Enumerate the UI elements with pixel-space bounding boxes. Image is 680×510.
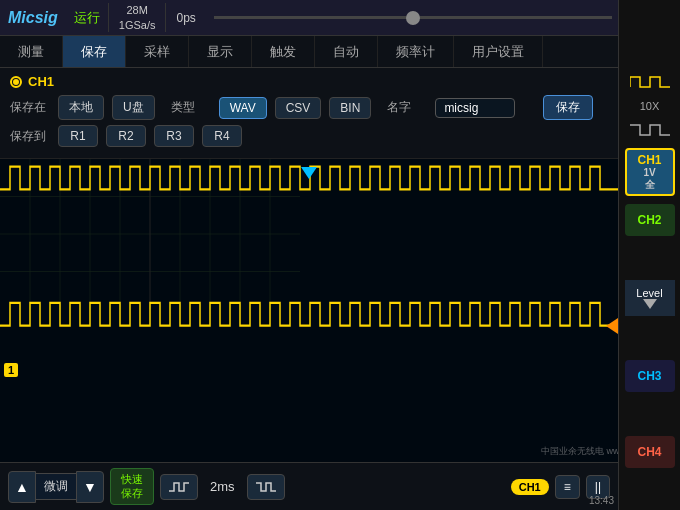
- save-row-1: 保存在 本地 U盘 类型 WAV CSV BIN 名字 保存: [10, 95, 608, 120]
- top-metrics: 28M 1GSa/s: [108, 3, 167, 32]
- bottom-bar: ▲ 微调 ▼ 快速 保存 2ms CH1 ≡ || 13:43: [0, 462, 618, 510]
- ch4-sidebar-button[interactable]: CH4: [625, 436, 675, 468]
- time-slider-thumb[interactable]: [406, 11, 420, 25]
- fine-tune-label: 微调: [36, 473, 76, 500]
- type-label: 类型: [171, 99, 211, 116]
- nav-tabs: 测量 保存 采样 显示 触发 自动 频率计 用户设置 正常: [0, 36, 680, 68]
- waveform-area: 1: [0, 159, 618, 462]
- name-input[interactable]: [435, 98, 515, 118]
- type-bin-button[interactable]: BIN: [329, 97, 371, 119]
- bandwidth-label: 28M: [126, 3, 147, 17]
- time-offset: 0ps: [176, 11, 195, 25]
- arrow-down-button[interactable]: ▼: [76, 471, 104, 503]
- time-scale-bar[interactable]: 0ps / 760mV: [166, 0, 680, 35]
- run-button[interactable]: 运行: [66, 7, 108, 29]
- timestamp: 13:43: [589, 495, 614, 506]
- save-r2-button[interactable]: R2: [106, 125, 146, 147]
- main-content: CH1 保存在 本地 U盘 类型 WAV CSV BIN 名字 保存 保存到 R…: [0, 68, 618, 462]
- ch1-voltage: 1V: [643, 167, 655, 178]
- channel-right-arrow: [606, 318, 618, 334]
- save-to-label: 保存到: [10, 128, 50, 145]
- name-label: 名字: [387, 99, 427, 116]
- level-label: Level: [636, 287, 662, 299]
- quick-save-button[interactable]: 快速 保存: [110, 468, 154, 504]
- ch1-range: 全: [645, 178, 655, 192]
- tab-auto[interactable]: 自动: [315, 36, 378, 67]
- ch2-sidebar-button[interactable]: CH2: [625, 204, 675, 236]
- save-udisk-button[interactable]: U盘: [112, 95, 155, 120]
- save-r1-button[interactable]: R1: [58, 125, 98, 147]
- quick-save-label1: 快速: [121, 473, 143, 486]
- ch1-text: CH1: [28, 74, 54, 89]
- save-row-2: 保存到 R1 R2 R3 R4: [10, 125, 608, 147]
- time-display: 2ms: [204, 479, 241, 494]
- ch1-radio-inner: [13, 79, 19, 85]
- tab-measure[interactable]: 测量: [0, 36, 63, 67]
- right-sidebar: 10X CH1 1V 全 CH2 Level CH3 CH4: [618, 0, 680, 510]
- type-wav-button[interactable]: WAV: [219, 97, 267, 119]
- tab-sample[interactable]: 采样: [126, 36, 189, 67]
- probe-label: 10X: [640, 100, 660, 112]
- trigger-arrow: [301, 167, 317, 179]
- save-r3-button[interactable]: R3: [154, 125, 194, 147]
- level-button[interactable]: Level: [625, 280, 675, 316]
- wave-icon-2: [625, 118, 675, 142]
- tab-freq[interactable]: 频率计: [378, 36, 454, 67]
- type-csv-button[interactable]: CSV: [275, 97, 322, 119]
- fine-tune-group: ▲ 微调 ▼: [8, 471, 104, 503]
- ch1-sidebar-button[interactable]: CH1 1V 全: [625, 148, 675, 196]
- tab-save[interactable]: 保存: [63, 36, 126, 67]
- tab-user[interactable]: 用户设置: [454, 36, 543, 67]
- ch1-bottom-indicator[interactable]: CH1: [511, 479, 549, 495]
- save-r4-button[interactable]: R4: [202, 125, 242, 147]
- ch1-label: CH1: [637, 153, 661, 167]
- sample-rate-label: 1GSa/s: [119, 18, 156, 32]
- top-bar: Micsig 运行 28M 1GSa/s 0ps / 760mV: [0, 0, 680, 36]
- tab-trigger[interactable]: 触发: [252, 36, 315, 67]
- controls-panel: CH1 保存在 本地 U盘 类型 WAV CSV BIN 名字 保存 保存到 R…: [0, 68, 618, 159]
- logo: Micsig: [0, 9, 66, 27]
- quick-save-label2: 保存: [121, 487, 143, 500]
- wave-left-button[interactable]: [160, 474, 198, 500]
- tab-display[interactable]: 显示: [189, 36, 252, 67]
- time-slider-track[interactable]: [214, 16, 612, 19]
- parallel-button[interactable]: ≡: [555, 475, 580, 499]
- ch1-marker: 1: [4, 363, 18, 377]
- arrow-up-button[interactable]: ▲: [8, 471, 36, 503]
- waveform-svg: [0, 159, 618, 462]
- ch1-radio[interactable]: [10, 76, 22, 88]
- wave-right-button[interactable]: [247, 474, 285, 500]
- wave-right-icon: [256, 479, 276, 495]
- save-in-label: 保存在: [10, 99, 50, 116]
- save-confirm-button[interactable]: 保存: [543, 95, 593, 120]
- wave-icon-1: [625, 70, 675, 94]
- wave-left-icon: [169, 479, 189, 495]
- ch3-sidebar-button[interactable]: CH3: [625, 360, 675, 392]
- ch1-channel-label: CH1: [10, 74, 608, 89]
- svg-marker-0: [643, 299, 657, 309]
- save-local-button[interactable]: 本地: [58, 95, 104, 120]
